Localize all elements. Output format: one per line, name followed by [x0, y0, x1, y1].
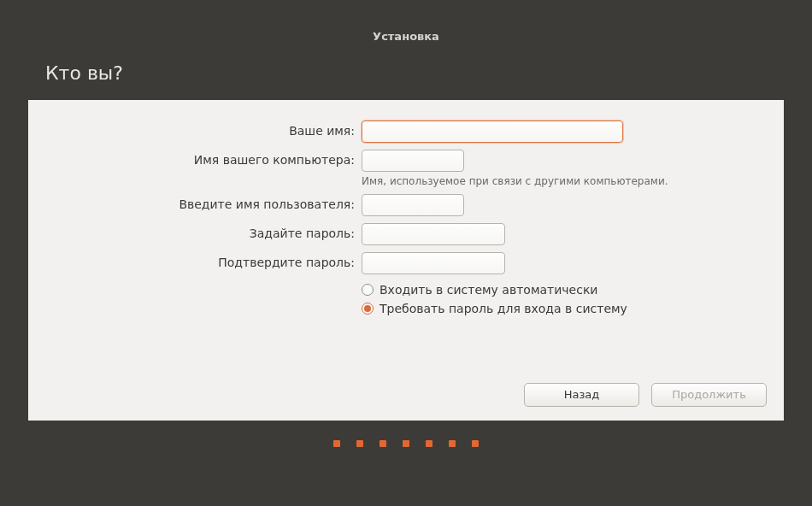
progress-dot [380, 440, 386, 447]
hostname-input[interactable] [362, 150, 464, 172]
radio-icon [362, 284, 374, 296]
username-input[interactable] [362, 194, 464, 216]
back-button[interactable]: Назад [524, 383, 639, 407]
confirm-password-input[interactable] [362, 252, 505, 274]
login-require-password-option[interactable]: Требовать пароль для входа в систему [362, 302, 668, 315]
page-header: Кто вы? [28, 47, 784, 100]
name-label: Ваше имя: [45, 121, 362, 150]
login-auto-label: Входить в систему автоматически [380, 283, 597, 297]
nav-buttons: Назад Продолжить [524, 383, 767, 407]
progress-dot [449, 440, 456, 447]
page-title: Кто вы? [45, 62, 123, 84]
content-panel: Ваше имя: Имя вашего компьютера: Имя, ис… [28, 100, 784, 421]
progress-dot [426, 440, 432, 447]
installer-window: Установка Кто вы? Ваше имя: Имя вашего к… [28, 28, 784, 473]
password-input[interactable] [362, 223, 505, 245]
window-titlebar: Установка [28, 28, 784, 47]
progress-dot [472, 440, 479, 447]
login-auto-option[interactable]: Входить в систему автоматически [362, 283, 668, 297]
continue-button[interactable]: Продолжить [651, 383, 767, 407]
confirm-password-label: Подтвердите пароль: [45, 252, 362, 281]
password-label: Задайте пароль: [45, 223, 362, 252]
progress-dots [28, 434, 784, 450]
window-title: Установка [373, 30, 439, 43]
name-input[interactable] [362, 121, 623, 143]
user-setup-form: Ваше имя: Имя вашего компьютера: Имя, ис… [45, 121, 668, 327]
progress-dot [356, 440, 363, 447]
radio-icon [362, 303, 374, 315]
hostname-hint: Имя, используемое при связи с другими ко… [362, 175, 668, 187]
username-label: Введите имя пользователя: [45, 194, 362, 223]
login-require-password-label: Требовать пароль для входа в систему [380, 302, 627, 315]
progress-dot [333, 440, 340, 447]
progress-dot [403, 440, 409, 447]
hostname-label: Имя вашего компьютера: [45, 150, 362, 194]
